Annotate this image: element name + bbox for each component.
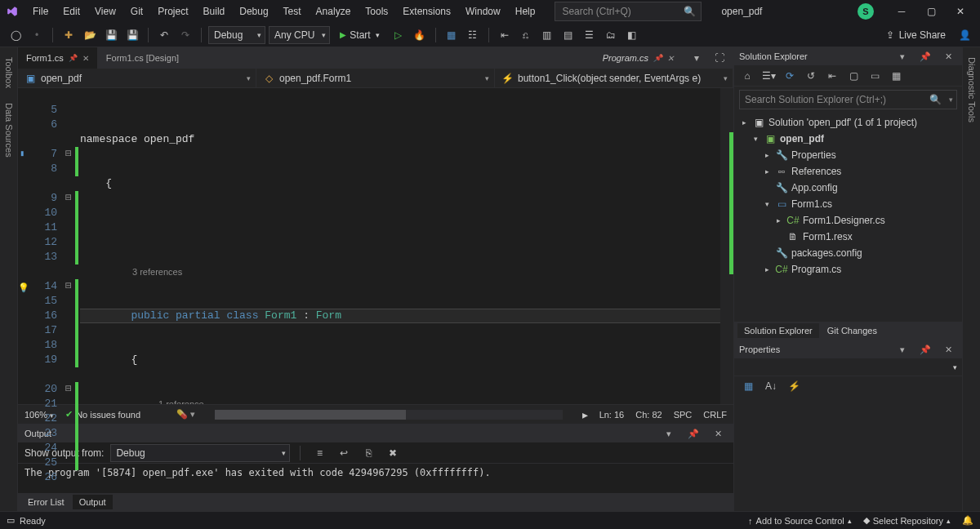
codelens-ctor[interactable]: 1 reference xyxy=(80,397,720,404)
tab-output[interactable]: Output xyxy=(73,495,113,509)
props-close-icon[interactable]: ✕ xyxy=(939,340,957,358)
tab-program-cs-preview[interactable]: Program.cs 📌 ✕ xyxy=(595,53,683,63)
menu-extensions[interactable]: Extensions xyxy=(396,2,457,20)
start-debug-button[interactable]: ▶ Start ▾ xyxy=(333,26,385,44)
output-clear-icon[interactable]: ≡ xyxy=(310,444,328,462)
undo-icon[interactable]: ↶ xyxy=(155,26,173,44)
nav-fwd-icon[interactable]: • xyxy=(28,26,46,44)
se-switch-view-icon[interactable]: ☰▾ xyxy=(760,68,777,84)
node-packages[interactable]: 🔧 packages.config xyxy=(739,245,962,261)
code-editor[interactable]: ▮ 💡 5 6 7 8 9 10 11 12 13 14 15 16 xyxy=(18,88,733,404)
menu-file[interactable]: File xyxy=(26,2,55,20)
editor-overview-ruler[interactable] xyxy=(720,88,733,404)
se-properties-icon[interactable]: ▭ xyxy=(866,68,883,84)
global-search[interactable]: Search (Ctrl+Q) 🔍 xyxy=(555,2,702,21)
tool-icon-6[interactable]: ▤ xyxy=(559,26,577,44)
tool-icon-7[interactable]: ☰ xyxy=(581,26,599,44)
node-project[interactable]: ▾▣ open_pdf xyxy=(739,131,962,147)
line-endings[interactable]: CRLF xyxy=(703,410,727,420)
new-item-icon[interactable]: ✚ xyxy=(60,26,78,44)
indent-mode[interactable]: SPC xyxy=(674,410,693,420)
solution-platform-combo[interactable]: Any CPU xyxy=(269,26,330,44)
health-indicator-icon[interactable]: 💊 ▾ xyxy=(176,409,195,420)
se-dropdown-icon[interactable]: ▾ xyxy=(893,47,911,65)
close-tab-icon[interactable]: ✕ xyxy=(667,54,674,63)
menu-help[interactable]: Help xyxy=(509,2,542,20)
tab-git-changes[interactable]: Git Changes xyxy=(821,323,884,338)
notifications-button[interactable]: 🔔 xyxy=(962,515,973,526)
caret-line[interactable]: Ln: 16 xyxy=(599,410,625,420)
codelens-class[interactable]: 3 references xyxy=(80,264,720,279)
tab-fullscreen-icon[interactable]: ⛶ xyxy=(710,49,728,67)
solution-config-combo[interactable]: Debug xyxy=(208,26,265,44)
tab-overflow-icon[interactable]: ▾ xyxy=(688,49,706,67)
node-form1-resx[interactable]: 🗎 Form1.resx xyxy=(739,229,962,245)
nav-member-combo[interactable]: ⚡ button1_Click(object sender, EventArgs… xyxy=(495,69,733,87)
node-appconfig[interactable]: 🔧 App.config xyxy=(739,180,962,196)
menu-debug[interactable]: Debug xyxy=(233,2,274,20)
close-button[interactable]: ✕ xyxy=(946,0,975,23)
menu-window[interactable]: Window xyxy=(459,2,507,20)
props-alpha-icon[interactable]: A↓ xyxy=(762,377,780,395)
tab-solution-explorer[interactable]: Solution Explorer xyxy=(737,323,819,338)
properties-grid[interactable] xyxy=(734,396,962,511)
node-references[interactable]: ▸▫▫ References xyxy=(739,163,962,180)
tab-error-list[interactable]: Error List xyxy=(21,495,71,509)
node-form1-designer[interactable]: ▸C# Form1.Designer.cs xyxy=(739,212,962,229)
live-share-button[interactable]: ⇪ Live Share xyxy=(880,29,952,41)
data-sources-tab[interactable]: Data Sources xyxy=(4,98,14,162)
se-close-icon[interactable]: ✕ xyxy=(939,47,957,65)
se-home-icon[interactable]: ⌂ xyxy=(739,68,755,84)
output-wrap-icon[interactable]: ↩ xyxy=(335,444,353,462)
tab-form1-design[interactable]: Form1.cs [Design] xyxy=(98,47,188,69)
output-pin-icon[interactable]: 📌 xyxy=(684,425,702,442)
start-no-debug-icon[interactable]: ▷ xyxy=(390,26,408,44)
maximize-button[interactable]: ▢ xyxy=(916,0,946,23)
output-dropdown-icon[interactable]: ▾ xyxy=(660,425,678,442)
redo-icon[interactable]: ↷ xyxy=(176,26,194,44)
tab-form1-cs[interactable]: Form1.cs 📌 ✕ xyxy=(18,47,98,69)
close-tab-icon[interactable]: ✕ xyxy=(82,54,89,63)
properties-object-combo[interactable] xyxy=(734,358,962,376)
props-events-icon[interactable]: ⚡ xyxy=(785,377,803,395)
select-repository-button[interactable]: ◆ Select Repository ▴ xyxy=(863,515,951,526)
bookmark-icon[interactable]: ▮ xyxy=(20,147,24,162)
nav-project-combo[interactable]: ▣ open_pdf xyxy=(18,69,256,87)
tool-icon-8[interactable]: 🗂 xyxy=(602,26,620,44)
output-text[interactable]: The program '[5874] open_pdf.exe' has ex… xyxy=(18,464,733,487)
solution-explorer-search[interactable]: Search Solution Explorer (Ctrl+;) 🔍 xyxy=(739,90,957,109)
se-refresh-icon[interactable]: ↺ xyxy=(803,68,819,84)
menu-tools[interactable]: Tools xyxy=(359,2,394,20)
scroll-right-icon[interactable]: ▸ xyxy=(582,408,588,421)
props-pin-icon[interactable]: 📌 xyxy=(916,340,934,358)
se-sync-icon[interactable]: ⟳ xyxy=(782,68,798,84)
tool-icon-9[interactable]: ◧ xyxy=(623,26,641,44)
diagnostic-tools-tab[interactable]: Diagnostic Tools xyxy=(967,52,977,127)
horizontal-scrollbar[interactable] xyxy=(215,410,563,420)
menu-project[interactable]: Project xyxy=(151,2,194,20)
pin-icon[interactable]: 📌 xyxy=(69,54,78,62)
keep-open-icon[interactable]: 📌 xyxy=(653,54,662,62)
nav-class-combo[interactable]: ◇ open_pdf.Form1 xyxy=(256,69,495,87)
menu-analyze[interactable]: Analyze xyxy=(310,2,358,20)
save-icon[interactable]: 💾 xyxy=(102,26,120,44)
menu-git[interactable]: Git xyxy=(124,2,149,20)
toolbox-tab[interactable]: Toolbox xyxy=(4,52,14,93)
output-clear-all-icon[interactable]: ✖ xyxy=(384,444,402,462)
tool-icon-3[interactable]: ⇤ xyxy=(496,26,514,44)
output-window-icon[interactable]: ▭ xyxy=(7,515,15,526)
lightbulb-icon[interactable]: 💡 xyxy=(18,281,29,296)
node-form1[interactable]: ▾▭ Form1.cs xyxy=(739,196,962,212)
menu-build[interactable]: Build xyxy=(197,2,232,20)
minimize-button[interactable]: ─ xyxy=(887,0,916,23)
menu-view[interactable]: View xyxy=(88,2,122,20)
tool-icon-1[interactable]: ▦ xyxy=(443,26,461,44)
output-source-combo[interactable]: Debug xyxy=(110,444,290,462)
caret-col[interactable]: Ch: 82 xyxy=(635,410,662,420)
menu-test[interactable]: Test xyxy=(277,2,308,20)
menu-edit[interactable]: Edit xyxy=(56,2,87,20)
tool-icon-5[interactable]: ▥ xyxy=(538,26,556,44)
add-source-control-button[interactable]: ↑ Add to Source Control ▴ xyxy=(748,516,852,526)
output-close-icon[interactable]: ✕ xyxy=(709,425,727,442)
se-collapse-icon[interactable]: ⇤ xyxy=(824,68,840,84)
